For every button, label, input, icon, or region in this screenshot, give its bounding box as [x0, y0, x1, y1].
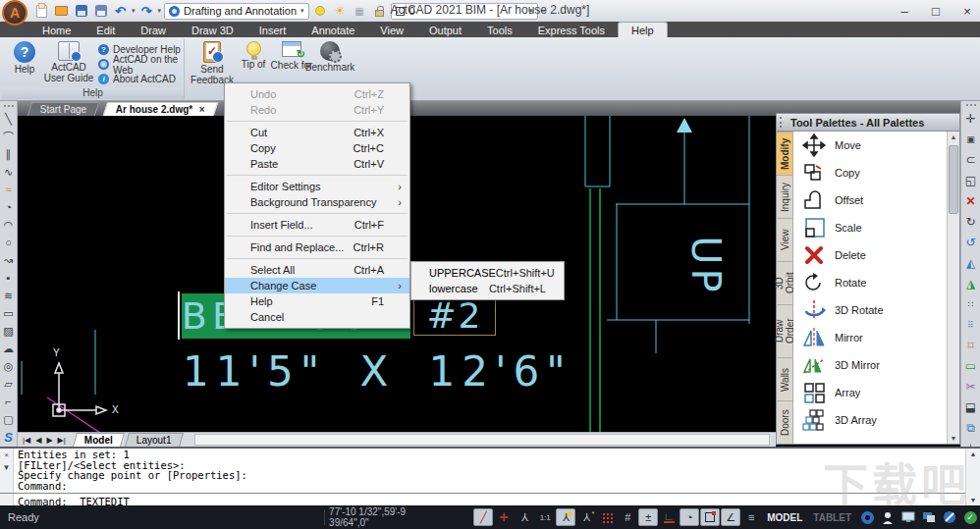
menu-item-editor-settings[interactable]: Editor Settings› [225, 179, 409, 194]
stretch-tool[interactable]: ⧉ [962, 417, 980, 438]
tab-layout1[interactable]: Layout1 [125, 433, 184, 447]
horizontal-scrollbar[interactable] [194, 434, 770, 446]
palette-tab-draw-order[interactable]: Draw Order [777, 304, 792, 357]
snap-style-button[interactable]: ▦ [352, 3, 368, 19]
tab-annotate[interactable]: Annotate [299, 22, 367, 37]
ucs-icon-toggle[interactable]: Y [556, 508, 575, 526]
tab-help[interactable]: Help [618, 22, 668, 37]
windows-button[interactable] [919, 508, 939, 526]
palette-item-scale[interactable]: Scale [793, 214, 947, 241]
rotate-3d-tool[interactable]: ↺ [962, 232, 980, 252]
tab-draw[interactable]: Draw [128, 22, 179, 37]
scroll-down-icon[interactable]: ▼ [970, 497, 977, 503]
erase-tool[interactable]: ✕ [962, 190, 980, 211]
rotate-tool[interactable]: ↻ [962, 211, 980, 232]
spline-tool[interactable]: ↝ [1, 251, 17, 269]
tab-edit[interactable]: Edit [83, 22, 128, 37]
grid-toggle[interactable]: # [618, 508, 637, 526]
layer-combo[interactable]: 0 ▾ [391, 3, 538, 20]
undo-button[interactable]: ↶ [112, 3, 129, 19]
lamp-button[interactable] [312, 3, 329, 19]
snap-grid-toggle[interactable] [597, 508, 617, 526]
palette-item-3d-array[interactable]: 3D Array [793, 406, 947, 434]
palette-item-array[interactable]: Array [793, 379, 947, 406]
isometric-toggle[interactable]: Y [515, 508, 534, 526]
palette-item-delete[interactable]: Delete [793, 241, 947, 269]
redo-dropdown[interactable]: ▾ [158, 7, 162, 15]
boundary-tool[interactable]: ▭ [962, 355, 980, 376]
palette-item-3d-rotate[interactable]: 3D Rotate [793, 296, 947, 324]
prev-layout-button[interactable]: ◀ [33, 436, 43, 445]
menu-item-change-case[interactable]: Change Case› [225, 278, 409, 293]
send-feedback-button[interactable]: Send Feedback [189, 41, 236, 85]
tip-of-day-button[interactable]: Tip of [238, 41, 269, 70]
move-tool[interactable]: ✛ [962, 108, 980, 129]
mirror-3d-tool[interactable]: ◮ [962, 273, 980, 293]
snap-marker-toggle[interactable]: ✛ [494, 508, 514, 526]
palette-item-mirror[interactable]: Mirror [793, 324, 947, 351]
esnap-toggle[interactable]: ◔ [680, 508, 699, 526]
tab-active-document[interactable]: Ar house 2.dwg* × [103, 102, 219, 116]
about-actcad-button[interactable]: i About ActCAD [98, 72, 185, 86]
line-tool[interactable]: ╲ [1, 110, 17, 128]
sketch-tool[interactable]: ≈ [1, 181, 17, 198]
help-ribbon-button[interactable]: ? Help [8, 41, 41, 75]
tab-home[interactable]: Home [29, 22, 83, 37]
circle-tool[interactable]: ◔ [1, 198, 17, 216]
axes-toggle[interactable]: Y* [576, 508, 596, 526]
toolbar-grip[interactable] [4, 105, 14, 107]
restore-button[interactable]: □ [927, 4, 945, 19]
slice-tool[interactable]: ⬓ [962, 397, 980, 417]
command-close-icon[interactable]: × [4, 450, 9, 459]
wipeout-tool[interactable]: ▢ [1, 410, 17, 428]
display-button[interactable] [898, 508, 918, 526]
trim-tool[interactable]: ✂ [962, 376, 980, 397]
scale-tool[interactable]: ◱ [962, 170, 980, 190]
etrack-toggle[interactable] [700, 508, 720, 526]
helix-tool[interactable]: ≋ [1, 287, 17, 304]
save-button[interactable] [73, 3, 89, 19]
toolbar-grip[interactable] [966, 104, 976, 106]
point-tool[interactable]: ▪ [1, 269, 17, 287]
menu-item-select-all[interactable]: Select AllCtrl+A [225, 262, 409, 278]
palette-title-bar[interactable]: Tool Palettes - All Palettes [777, 114, 959, 132]
array-tool[interactable]: ∷ [962, 293, 980, 314]
room-number-box[interactable]: #2 [413, 295, 496, 336]
save-as-button[interactable] [92, 3, 109, 19]
close-button[interactable]: × [958, 4, 976, 19]
region-tool[interactable]: ▱ [1, 375, 17, 393]
clean-screen-tool[interactable]: S [1, 428, 17, 446]
lock-button[interactable] [371, 3, 388, 19]
palette-tab-doors[interactable]: Doors [777, 400, 792, 444]
rectangle-tool[interactable]: ▭ [1, 304, 17, 322]
palette-item-rotate[interactable]: Rotate [793, 269, 947, 296]
menu-item-paste[interactable]: PasteCtrl+V [225, 156, 409, 172]
actcad-web-button[interactable]: ActCAD on the Web [98, 57, 185, 72]
minimize-button[interactable]: – [896, 4, 913, 19]
last-layout-button[interactable]: ▶| [56, 436, 68, 445]
donut-tool[interactable]: ◎ [1, 357, 17, 375]
menu-item-cancel[interactable]: Cancel [225, 309, 409, 325]
menu-item-copy[interactable]: CopyCtrl+C [225, 140, 409, 156]
dynamic-input-toggle[interactable]: ╱ [473, 508, 493, 526]
arc3point-tool[interactable]: ◠ [1, 216, 17, 234]
model-space-button[interactable]: MODEL [762, 512, 807, 523]
command-scrollbar[interactable]: ▲ ▼ [965, 449, 980, 505]
tab-start-page[interactable]: Start Page [27, 102, 100, 116]
submenu-item-uppercase[interactable]: UPPERCASECtrl+Shift+U [411, 265, 564, 281]
tab-insert[interactable]: Insert [246, 22, 299, 37]
lineweight-toggle[interactable]: ∠ [721, 508, 740, 526]
palette-item-offset[interactable]: Offset [793, 186, 947, 214]
polar-toggle[interactable]: ∟ [659, 508, 679, 526]
palette-item-move[interactable]: Move [793, 132, 947, 159]
palette-scroll-thumb[interactable] [949, 145, 958, 214]
menu-item-insert-field[interactable]: Insert Field...Ctrl+F [225, 217, 409, 233]
multiline-tool[interactable]: ∥ [1, 145, 17, 163]
explode-tool[interactable]: ⌑ [962, 335, 980, 355]
ortho-toggle[interactable]: ± [638, 508, 658, 526]
palette-tab-inquiry[interactable]: Inquiry [777, 175, 792, 218]
close-document-icon[interactable]: × [199, 104, 205, 115]
palette-tab-modify[interactable]: Modify [777, 132, 792, 175]
compass-button[interactable] [940, 508, 959, 526]
offset-tool[interactable]: ⊂ [962, 149, 980, 170]
